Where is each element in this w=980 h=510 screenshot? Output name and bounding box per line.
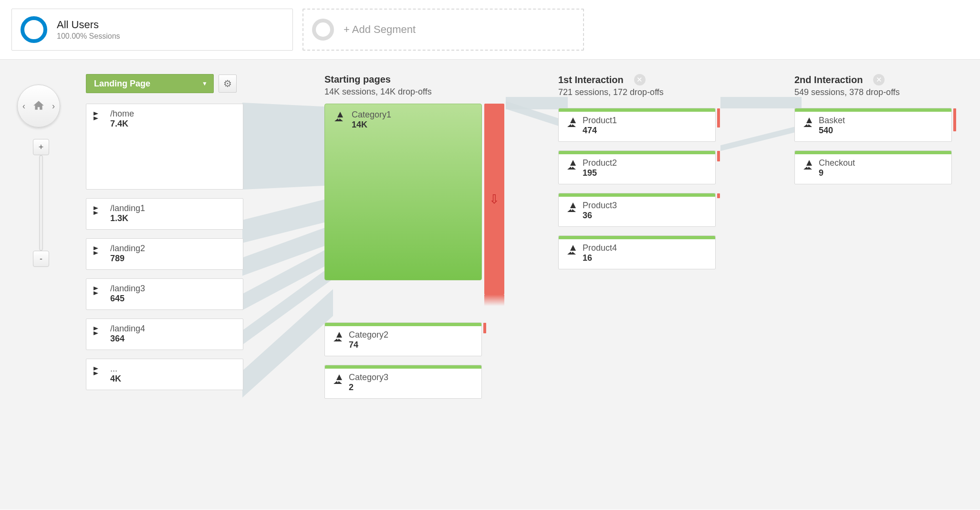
node-value: 2 xyxy=(349,382,388,393)
source-icon xyxy=(93,365,105,377)
column-close-button[interactable]: ✕ xyxy=(873,74,885,85)
node-throughput-bar xyxy=(325,323,481,326)
column-title: 1st Interaction xyxy=(558,74,624,85)
add-segment-label: + Add Segment xyxy=(344,23,416,36)
flow-node[interactable]: /landing4 364 xyxy=(86,319,243,350)
node-value: 364 xyxy=(110,334,145,344)
node-value: 36 xyxy=(583,211,617,221)
gear-icon: ⚙ xyxy=(223,78,232,89)
nav-next-button[interactable]: › xyxy=(52,101,55,111)
node-label: /home xyxy=(110,109,134,119)
node-throughput-bar xyxy=(795,108,951,112)
node-throughput-bar xyxy=(325,365,481,369)
flow-node[interactable]: Category3 2 xyxy=(324,365,482,399)
node-label: Category3 xyxy=(349,372,388,382)
flow-node[interactable]: Product4 16 xyxy=(558,235,716,269)
node-throughput-bar xyxy=(559,108,715,112)
flow-node-category1[interactable]: Category1 14K xyxy=(324,104,482,280)
node-label: Product3 xyxy=(583,201,617,211)
flow-node[interactable]: Checkout 9 xyxy=(794,150,952,184)
zoom-in-button[interactable]: + xyxy=(33,139,49,155)
flow-ribbon xyxy=(720,97,802,108)
zoom-control: + - xyxy=(32,139,50,267)
dropoff-bar xyxy=(717,108,720,128)
settings-button[interactable]: ⚙ xyxy=(219,74,237,93)
node-label: Product1 xyxy=(583,116,617,126)
segment-circle-icon xyxy=(312,19,334,41)
home-icon[interactable] xyxy=(32,99,45,114)
page-icon xyxy=(565,117,578,129)
node-label: Basket xyxy=(819,116,845,126)
segment-subtitle: 100.00% Sessions xyxy=(57,32,120,41)
flow-canvas: ‹ › + - Landing Page ▼ xyxy=(0,60,980,510)
dropoff-arrow-icon: ⇩ xyxy=(489,192,500,207)
node-label: ... xyxy=(110,364,121,374)
node-label: /landing4 xyxy=(110,324,145,334)
flow-node[interactable]: /home 7.4K xyxy=(86,104,243,190)
nav-prev-button[interactable]: ‹ xyxy=(22,101,25,111)
dropoff-bar xyxy=(717,151,720,161)
node-value: 195 xyxy=(583,168,617,178)
node-label: /landing1 xyxy=(110,203,145,213)
node-value: 540 xyxy=(819,126,845,136)
flow-ribbon xyxy=(720,125,802,151)
node-throughput-bar xyxy=(559,193,715,197)
dropoff-bar xyxy=(953,108,956,131)
dropoff-bar xyxy=(483,323,486,333)
column-starting-pages: Starting pages 14K sessions, 14K drop-of… xyxy=(324,74,491,97)
source-icon xyxy=(93,110,105,122)
flow-node[interactable]: Basket 540 xyxy=(794,108,952,142)
flow-node[interactable]: Product3 36 xyxy=(558,193,716,227)
node-value: 1.3K xyxy=(110,213,145,223)
page-icon xyxy=(565,244,578,256)
node-label: /landing2 xyxy=(110,244,145,254)
node-value: 7.4K xyxy=(110,119,134,129)
page-icon xyxy=(332,373,344,386)
page-icon xyxy=(565,202,578,214)
source-icon xyxy=(93,244,105,257)
segment-title: All Users xyxy=(57,19,120,31)
dimension-dropdown[interactable]: Landing Page ▼ xyxy=(86,74,214,93)
flow-node[interactable]: /landing3 645 xyxy=(86,278,243,310)
node-label: Category1 xyxy=(352,110,391,120)
column-second-interaction: 2nd Interaction ✕ 549 sessions, 378 drop… xyxy=(794,74,961,193)
column-subtitle: 14K sessions, 14K drop-offs xyxy=(324,87,491,97)
node-throughput-bar xyxy=(559,151,715,154)
node-label: Product2 xyxy=(583,158,617,168)
segment-all-users[interactable]: All Users 100.00% Sessions xyxy=(11,9,293,51)
chevron-down-icon: ▼ xyxy=(202,80,208,87)
flow-node[interactable]: /landing1 1.3K xyxy=(86,198,243,230)
segment-circle-icon xyxy=(21,16,47,43)
column-first-interaction: 1st Interaction ✕ 721 sessions, 172 drop… xyxy=(558,74,725,278)
column-subtitle: 721 sessions, 172 drop-offs xyxy=(558,87,725,97)
node-value: 645 xyxy=(110,294,145,304)
node-value: 9 xyxy=(819,168,855,178)
dropoff-bar xyxy=(717,193,720,198)
add-segment-button[interactable]: + Add Segment xyxy=(302,9,584,51)
node-throughput-bar xyxy=(795,151,951,154)
column-title: 2nd Interaction xyxy=(794,74,863,85)
flow-node[interactable]: /landing2 789 xyxy=(86,238,243,270)
zoom-out-button[interactable]: - xyxy=(33,251,49,267)
flow-node[interactable]: Product2 195 xyxy=(558,150,716,184)
node-label: Checkout xyxy=(819,158,855,168)
flow-node[interactable]: Category2 74 xyxy=(324,322,482,356)
source-icon xyxy=(93,204,105,217)
flow-node[interactable]: Product1 474 xyxy=(558,108,716,142)
node-label: /landing3 xyxy=(110,284,145,294)
source-icon xyxy=(93,325,105,337)
node-label: Product4 xyxy=(583,243,617,253)
dropoff-bar: ⇩ xyxy=(484,104,504,295)
column-title: Starting pages xyxy=(324,74,391,85)
node-throughput-bar xyxy=(559,236,715,239)
node-value: 474 xyxy=(583,126,617,136)
flow-node[interactable]: ... 4K xyxy=(86,359,243,390)
page-icon xyxy=(565,159,578,171)
column-close-button[interactable]: ✕ xyxy=(634,74,646,85)
node-value: 4K xyxy=(110,374,121,384)
zoom-slider[interactable] xyxy=(39,155,43,251)
node-value: 74 xyxy=(349,340,388,350)
page-icon xyxy=(332,331,344,343)
source-icon xyxy=(93,285,105,297)
flow-ribbon xyxy=(242,103,333,190)
